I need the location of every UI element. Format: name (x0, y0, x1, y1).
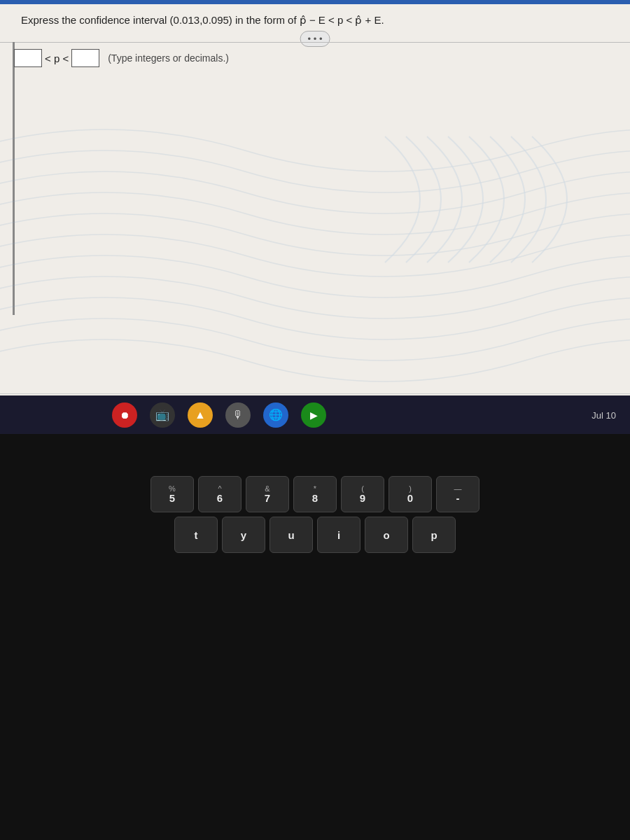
key-5[interactable]: % 5 (150, 476, 194, 512)
key-8[interactable]: * 8 (293, 476, 337, 512)
taskbar-icon-red[interactable]: ⏺ (112, 402, 137, 428)
upper-bound-input[interactable] (71, 49, 99, 67)
key-o[interactable]: o (365, 517, 408, 553)
key-u[interactable]: u (270, 517, 313, 553)
taskbar-icon-tv[interactable]: 📺 (150, 402, 175, 428)
keyboard-area: % 5 ^ 6 & 7 * 8 ( 9 ) 0 — - t (0, 434, 630, 840)
question-text: Express the confidence interval (0.013,0… (21, 13, 609, 27)
divider-top (0, 42, 630, 43)
less-than-p-label: < p < (45, 52, 69, 64)
key-minus[interactable]: — - (436, 476, 479, 512)
taskbar-date: Jul 10 (592, 410, 616, 420)
input-hint: (Type integers or decimals.) (108, 52, 229, 64)
key-t[interactable]: t (174, 517, 218, 553)
taskbar: ⏺ 📺 ▲ 🎙 🌐 ▶ Jul 10 (0, 396, 630, 434)
input-row: < p < (Type integers or decimals.) (14, 49, 616, 67)
wave-decoration (0, 77, 630, 392)
taskbar-icon-web[interactable]: 🌐 (263, 402, 288, 428)
more-options-button[interactable]: • • • (300, 31, 330, 47)
keyboard-row-letters: t y u i o p (174, 517, 456, 553)
key-p[interactable]: p (412, 517, 456, 553)
key-7[interactable]: & 7 (246, 476, 289, 512)
question-label: Express the confidence interval (0.013,0… (21, 14, 384, 26)
lower-bound-input[interactable] (14, 49, 42, 67)
keyboard-row-numbers: % 5 ^ 6 & 7 * 8 ( 9 ) 0 — - (150, 476, 479, 512)
key-i[interactable]: i (317, 517, 360, 553)
taskbar-icon-mic[interactable]: 🎙 (225, 402, 251, 428)
key-y[interactable]: y (222, 517, 265, 553)
top-blue-bar (0, 0, 630, 4)
taskbar-icon-play[interactable]: ▶ (301, 402, 326, 428)
taskbar-icon-triangle[interactable]: ▲ (188, 402, 213, 428)
app-area: Express the confidence interval (0.013,0… (0, 0, 630, 434)
key-9[interactable]: ( 9 (341, 476, 384, 512)
key-0[interactable]: ) 0 (388, 476, 432, 512)
key-6[interactable]: ^ 6 (198, 476, 241, 512)
